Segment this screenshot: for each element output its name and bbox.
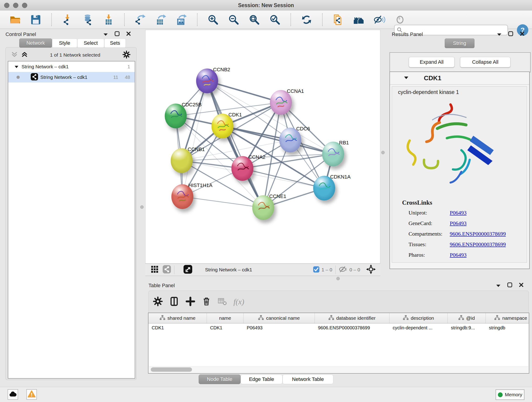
crosslink-value-link[interactable]: 9606.ENSP00000378699	[450, 241, 506, 248]
open-in-browser-icon[interactable]	[184, 265, 192, 274]
panel-menu-icon[interactable]	[496, 283, 501, 288]
crosslink-value-link[interactable]: P06493	[450, 210, 467, 216]
panel-menu-icon[interactable]	[497, 32, 502, 37]
import-network-database-button[interactable]	[82, 13, 94, 26]
node-label-ccna2: CCNA2	[248, 154, 266, 160]
memory-button[interactable]: Memory	[496, 389, 525, 400]
results-tab-string[interactable]: String	[445, 38, 475, 48]
column-header-name[interactable]: name	[207, 313, 244, 323]
panel-close-icon[interactable]	[126, 31, 131, 38]
column-header-namespace[interactable]: namespace	[486, 313, 529, 323]
collapse-all-button[interactable]: Collapse All	[460, 57, 510, 67]
panel-close-icon[interactable]	[520, 31, 525, 38]
zoom-out-button[interactable]	[227, 13, 240, 26]
table-hscrollbar[interactable]	[149, 366, 528, 373]
shared-column-icon	[160, 315, 165, 321]
left-splitter-handle[interactable]	[140, 205, 144, 209]
crosslink-value-link[interactable]: 9606.ENSP00000378699	[450, 231, 506, 237]
network-share-icon[interactable]	[163, 265, 171, 274]
tab-network-table[interactable]: Network Table	[283, 375, 333, 384]
panel-float-icon[interactable]	[507, 282, 512, 289]
selected-checkbox-icon[interactable]	[313, 266, 319, 274]
export-table-button[interactable]	[154, 13, 167, 26]
results-panel-header: Results Panel	[387, 30, 532, 39]
toolbar-separator	[322, 13, 323, 26]
eye-slash-waves-icon	[374, 15, 385, 25]
warning-icon	[27, 390, 36, 399]
table-hscrollbar-thumb[interactable]	[151, 367, 192, 372]
expand-all-button[interactable]: Expand All	[409, 57, 455, 67]
refresh-button[interactable]	[300, 13, 313, 26]
network-options-gear-icon[interactable]	[122, 51, 131, 60]
export-image-button[interactable]	[175, 13, 188, 26]
refresh-icon	[301, 14, 312, 25]
zoom-fit-button[interactable]	[248, 13, 261, 26]
export-net-icon	[134, 14, 146, 26]
table-settings-gear-icon[interactable]	[153, 296, 163, 307]
right-splitter-handle[interactable]	[381, 151, 385, 154]
import-network-file-button[interactable]	[61, 13, 74, 26]
tree-collapse-icon[interactable]	[15, 64, 18, 70]
panel-menu-icon[interactable]	[103, 32, 108, 37]
column-header-label: @id	[466, 315, 475, 321]
column-header-databaseidentifier[interactable]: database identifier	[315, 313, 389, 323]
warnings-button[interactable]	[26, 389, 37, 400]
open-session-button[interactable]	[9, 13, 22, 26]
node-label-hist1h1a: HIST1H1A	[188, 182, 212, 188]
show-graphics-details-button[interactable]	[394, 13, 406, 26]
shared-column-icon	[403, 315, 409, 321]
zoom-in-icon	[208, 14, 219, 25]
crosslink-value-link[interactable]: P06493	[450, 252, 467, 258]
crosslinks-title: CrossLinks	[402, 199, 432, 206]
table-row[interactable]: CDK1CDK1P064939606.ENSP00000378699cyclin…	[148, 323, 529, 331]
grid-view-icon[interactable]	[151, 265, 158, 274]
column-header-label: canonical name	[266, 315, 300, 321]
tab-select[interactable]: Select	[77, 38, 104, 48]
crosslink-label: Compartments:	[409, 231, 450, 237]
column-header-id[interactable]: @id	[448, 313, 486, 323]
entry-collapse-icon[interactable]	[404, 76, 408, 80]
results-entry-header[interactable]: CDK1	[390, 72, 529, 85]
hidden-eye-slash-icon[interactable]	[339, 266, 347, 274]
add-column-icon[interactable]	[185, 296, 196, 307]
expand-all-networks-icon[interactable]	[21, 51, 28, 59]
import-table-button[interactable]	[102, 13, 115, 26]
save-session-button[interactable]	[29, 13, 42, 26]
share-document-button[interactable]	[332, 13, 345, 26]
tab-node-table[interactable]: Node Table	[199, 375, 241, 384]
tab-style[interactable]: Style	[52, 38, 77, 48]
show-columns-icon[interactable]	[169, 296, 179, 307]
homes-icon	[353, 15, 365, 25]
network-tree-root-row[interactable]: String Network – cdk1 1	[8, 61, 135, 72]
panel-close-icon[interactable]	[519, 282, 524, 289]
crosslink-value-link[interactable]: P06493	[450, 220, 467, 226]
table-body: CDK1CDK1P064939606.ENSP00000378699cyclin…	[148, 323, 529, 331]
crosslink-row: GeneCard:P06493	[409, 218, 523, 229]
bottom-splitter-handle[interactable]	[336, 277, 340, 280]
delete-column-icon[interactable]	[201, 296, 211, 307]
tab-edge-table[interactable]: Edge Table	[241, 375, 283, 384]
export-img-icon	[176, 14, 187, 26]
panel-float-icon[interactable]	[508, 31, 513, 38]
column-header-label: name	[219, 315, 231, 321]
birdseye-view-icon[interactable]	[366, 264, 376, 275]
string-home-button[interactable]	[352, 13, 365, 26]
collapse-all-networks-icon[interactable]	[11, 51, 18, 59]
network-canvas[interactable]: CCNB2CCNA1CDC25BCDK1CDC6RB1CCNB1CCNA2CDK…	[145, 30, 380, 264]
tab-network[interactable]: Network	[19, 38, 52, 48]
cloud-status-button[interactable]	[7, 389, 18, 400]
hide-graphics-details-button[interactable]	[373, 13, 386, 26]
panel-float-icon[interactable]	[114, 31, 120, 38]
network-tree-item-row[interactable]: String Network – cdk1 11 48	[8, 72, 135, 83]
column-header-sharedname[interactable]: shared name	[148, 313, 207, 323]
folder-icon	[9, 15, 21, 25]
zoom-in-button[interactable]	[207, 13, 220, 26]
export-network-button[interactable]	[134, 13, 147, 26]
tab-sets[interactable]: Sets	[104, 38, 126, 48]
column-header-canonicalname[interactable]: canonical name	[244, 313, 315, 323]
edge-count: 48	[118, 75, 130, 80]
zoom-selected-button[interactable]	[268, 13, 281, 26]
doc-share-icon	[333, 14, 344, 26]
crosslink-row: Tissues:9606.ENSP00000378699	[409, 239, 523, 249]
column-header-description[interactable]: description	[389, 313, 448, 323]
